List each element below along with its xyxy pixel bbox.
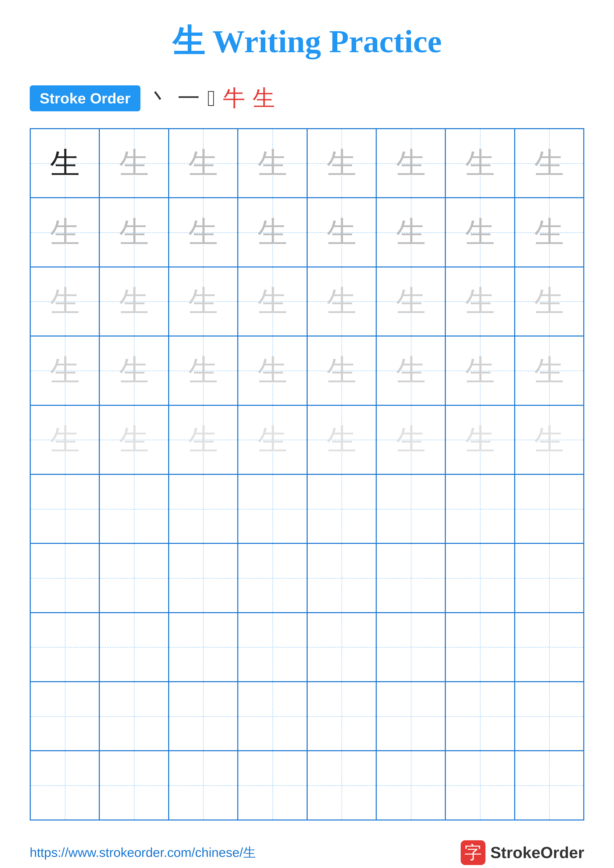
grid-cell: 生 <box>169 336 238 405</box>
stroke-order-chars: 丶 一 𠃋 牛 生 <box>148 83 275 113</box>
grid-cell: 生 <box>99 336 168 405</box>
grid-cell: 生 <box>99 198 168 267</box>
grid-cell <box>169 613 238 682</box>
title-text: Writing Practice <box>213 23 441 59</box>
grid-row-9 <box>30 682 584 751</box>
grid-cell: 生 <box>307 198 376 267</box>
grid-cell <box>515 682 584 751</box>
grid-cell: 生 <box>307 267 376 336</box>
grid-cell: 生 <box>445 405 515 474</box>
grid-cell: 生 <box>30 336 99 405</box>
grid-cell: 生 <box>515 405 584 474</box>
grid-cell: 生 <box>376 405 445 474</box>
grid-row-6 <box>30 474 584 543</box>
footer-url[interactable]: https://www.strokeorder.com/chinese/生 <box>30 844 256 861</box>
footer-brand: 字 StrokeOrder <box>461 840 584 865</box>
grid-cell <box>238 543 307 612</box>
grid-cell: 生 <box>376 267 445 336</box>
grid-cell: 生 <box>238 405 307 474</box>
page-title: 生 Writing Practice <box>30 20 584 64</box>
grid-cell: 生 <box>238 129 307 198</box>
brand-icon: 字 <box>461 840 485 865</box>
stroke-order-row: Stroke Order 丶 一 𠃋 牛 生 <box>30 83 584 113</box>
grid-cell: 生 <box>30 405 99 474</box>
grid-row-7 <box>30 543 584 612</box>
grid-cell: 生 <box>376 336 445 405</box>
grid-cell: 生 <box>445 336 515 405</box>
grid-cell: 生 <box>99 129 168 198</box>
grid-cell <box>169 474 238 543</box>
grid-cell <box>515 474 584 543</box>
grid-cell <box>515 751 584 820</box>
grid-cell <box>307 682 376 751</box>
practice-grid: 生 生 生 生 生 生 生 生 生 生 生 生 生 生 生 生 生 生 生 生 … <box>30 128 584 820</box>
grid-row-8 <box>30 613 584 682</box>
grid-cell: 生 <box>376 129 445 198</box>
grid-cell <box>99 682 168 751</box>
grid-cell <box>169 543 238 612</box>
stroke-5: 生 <box>253 83 275 113</box>
grid-cell <box>515 543 584 612</box>
grid-cell <box>376 751 445 820</box>
grid-cell: 生 <box>307 129 376 198</box>
grid-row-5: 生 生 生 生 生 生 生 生 <box>30 405 584 474</box>
grid-cell <box>30 613 99 682</box>
grid-cell: 生 <box>169 267 238 336</box>
stroke-order-badge: Stroke Order <box>30 85 140 112</box>
grid-cell: 生 <box>445 267 515 336</box>
grid-cell: 生 <box>515 198 584 267</box>
grid-cell <box>307 474 376 543</box>
grid-cell: 生 <box>445 198 515 267</box>
grid-cell <box>445 682 515 751</box>
page: 生 Writing Practice Stroke Order 丶 一 𠃋 牛 … <box>0 0 614 868</box>
grid-cell <box>169 682 238 751</box>
grid-cell <box>30 543 99 612</box>
grid-cell: 生 <box>376 198 445 267</box>
grid-cell <box>445 751 515 820</box>
grid-cell: 生 <box>169 198 238 267</box>
grid-cell: 生 <box>99 267 168 336</box>
grid-cell: 生 <box>30 198 99 267</box>
grid-cell <box>307 751 376 820</box>
title-char: 生 <box>173 23 205 59</box>
grid-row-3: 生 生 生 生 生 生 生 生 <box>30 267 584 336</box>
grid-cell <box>99 543 168 612</box>
stroke-4: 牛 <box>223 83 245 113</box>
grid-cell <box>445 474 515 543</box>
grid-cell <box>307 613 376 682</box>
grid-cell: 生 <box>99 405 168 474</box>
grid-cell <box>238 751 307 820</box>
grid-cell <box>99 613 168 682</box>
grid-cell <box>238 613 307 682</box>
grid-cell: 生 <box>445 129 515 198</box>
grid-cell <box>515 613 584 682</box>
grid-cell <box>99 751 168 820</box>
grid-cell: 生 <box>169 129 238 198</box>
grid-cell: 生 <box>515 336 584 405</box>
grid-cell <box>445 613 515 682</box>
brand-name: StrokeOrder <box>490 843 584 862</box>
grid-cell <box>376 474 445 543</box>
grid-cell <box>307 543 376 612</box>
grid-row-2: 生 生 生 生 生 生 生 生 <box>30 198 584 267</box>
grid-row-10 <box>30 751 584 820</box>
grid-cell: 生 <box>307 405 376 474</box>
footer: https://www.strokeorder.com/chinese/生 字 … <box>30 820 584 865</box>
grid-cell: 生 <box>238 267 307 336</box>
grid-cell: 生 <box>30 129 99 198</box>
grid-cell <box>238 682 307 751</box>
grid-cell <box>376 682 445 751</box>
grid-cell: 生 <box>30 267 99 336</box>
grid-cell <box>30 682 99 751</box>
grid-cell: 生 <box>238 336 307 405</box>
grid-row-4: 生 生 生 生 生 生 生 生 <box>30 336 584 405</box>
grid-cell <box>445 543 515 612</box>
grid-cell <box>169 751 238 820</box>
grid-cell: 生 <box>169 405 238 474</box>
grid-cell: 生 <box>515 129 584 198</box>
grid-row-1: 生 生 生 生 生 生 生 生 <box>30 129 584 198</box>
grid-cell <box>376 613 445 682</box>
grid-cell <box>30 751 99 820</box>
grid-cell <box>376 543 445 612</box>
stroke-2: 一 <box>177 83 200 113</box>
